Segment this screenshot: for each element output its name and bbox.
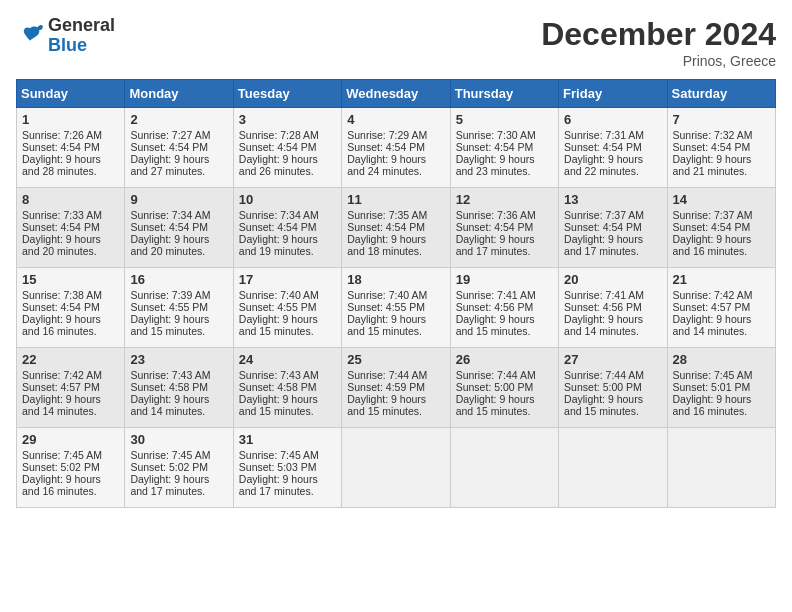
sunset-text: Sunset: 4:54 PM bbox=[456, 221, 553, 233]
calendar-cell: 20Sunrise: 7:41 AMSunset: 4:56 PMDayligh… bbox=[559, 268, 667, 348]
daylight-text: Daylight: 9 hours and 14 minutes. bbox=[673, 313, 770, 337]
daylight-text: Daylight: 9 hours and 28 minutes. bbox=[22, 153, 119, 177]
daylight-text: Daylight: 9 hours and 15 minutes. bbox=[130, 313, 227, 337]
sunset-text: Sunset: 4:55 PM bbox=[239, 301, 336, 313]
sunrise-text: Sunrise: 7:37 AM bbox=[673, 209, 770, 221]
sunrise-text: Sunrise: 7:44 AM bbox=[564, 369, 661, 381]
daylight-text: Daylight: 9 hours and 14 minutes. bbox=[22, 393, 119, 417]
sunrise-text: Sunrise: 7:42 AM bbox=[22, 369, 119, 381]
daylight-text: Daylight: 9 hours and 21 minutes. bbox=[673, 153, 770, 177]
calendar-cell: 16Sunrise: 7:39 AMSunset: 4:55 PMDayligh… bbox=[125, 268, 233, 348]
sunrise-text: Sunrise: 7:28 AM bbox=[239, 129, 336, 141]
sunset-text: Sunset: 5:00 PM bbox=[456, 381, 553, 393]
sunrise-text: Sunrise: 7:44 AM bbox=[347, 369, 444, 381]
weekday-header-tuesday: Tuesday bbox=[233, 80, 341, 108]
sunset-text: Sunset: 4:54 PM bbox=[347, 221, 444, 233]
sunrise-text: Sunrise: 7:45 AM bbox=[239, 449, 336, 461]
daylight-text: Daylight: 9 hours and 14 minutes. bbox=[564, 313, 661, 337]
weekday-header-friday: Friday bbox=[559, 80, 667, 108]
sunrise-text: Sunrise: 7:33 AM bbox=[22, 209, 119, 221]
day-number: 7 bbox=[673, 112, 770, 127]
calendar-cell: 22Sunrise: 7:42 AMSunset: 4:57 PMDayligh… bbox=[17, 348, 125, 428]
sunset-text: Sunset: 5:01 PM bbox=[673, 381, 770, 393]
title-block: December 2024 Prinos, Greece bbox=[541, 16, 776, 69]
sunset-text: Sunset: 4:54 PM bbox=[130, 221, 227, 233]
sunset-text: Sunset: 4:54 PM bbox=[673, 141, 770, 153]
sunset-text: Sunset: 5:02 PM bbox=[22, 461, 119, 473]
sunrise-text: Sunrise: 7:45 AM bbox=[673, 369, 770, 381]
day-number: 19 bbox=[456, 272, 553, 287]
sunrise-text: Sunrise: 7:34 AM bbox=[130, 209, 227, 221]
day-number: 29 bbox=[22, 432, 119, 447]
calendar-cell: 17Sunrise: 7:40 AMSunset: 4:55 PMDayligh… bbox=[233, 268, 341, 348]
calendar-cell: 15Sunrise: 7:38 AMSunset: 4:54 PMDayligh… bbox=[17, 268, 125, 348]
calendar-week-2: 8Sunrise: 7:33 AMSunset: 4:54 PMDaylight… bbox=[17, 188, 776, 268]
sunset-text: Sunset: 4:54 PM bbox=[22, 141, 119, 153]
sunset-text: Sunset: 4:54 PM bbox=[347, 141, 444, 153]
calendar-cell: 28Sunrise: 7:45 AMSunset: 5:01 PMDayligh… bbox=[667, 348, 775, 428]
logo-blue: Blue bbox=[48, 36, 115, 56]
day-number: 14 bbox=[673, 192, 770, 207]
calendar-cell bbox=[667, 428, 775, 508]
calendar-cell: 13Sunrise: 7:37 AMSunset: 4:54 PMDayligh… bbox=[559, 188, 667, 268]
calendar-cell bbox=[559, 428, 667, 508]
daylight-text: Daylight: 9 hours and 16 minutes. bbox=[673, 233, 770, 257]
sunset-text: Sunset: 4:54 PM bbox=[130, 141, 227, 153]
weekday-header-saturday: Saturday bbox=[667, 80, 775, 108]
sunrise-text: Sunrise: 7:31 AM bbox=[564, 129, 661, 141]
sunset-text: Sunset: 5:02 PM bbox=[130, 461, 227, 473]
weekday-header-sunday: Sunday bbox=[17, 80, 125, 108]
sunrise-text: Sunrise: 7:41 AM bbox=[456, 289, 553, 301]
day-number: 8 bbox=[22, 192, 119, 207]
day-number: 25 bbox=[347, 352, 444, 367]
calendar-week-4: 22Sunrise: 7:42 AMSunset: 4:57 PMDayligh… bbox=[17, 348, 776, 428]
sunrise-text: Sunrise: 7:39 AM bbox=[130, 289, 227, 301]
calendar-table: SundayMondayTuesdayWednesdayThursdayFrid… bbox=[16, 79, 776, 508]
day-number: 12 bbox=[456, 192, 553, 207]
daylight-text: Daylight: 9 hours and 15 minutes. bbox=[347, 393, 444, 417]
day-number: 26 bbox=[456, 352, 553, 367]
sunset-text: Sunset: 4:58 PM bbox=[130, 381, 227, 393]
day-number: 4 bbox=[347, 112, 444, 127]
calendar-cell: 11Sunrise: 7:35 AMSunset: 4:54 PMDayligh… bbox=[342, 188, 450, 268]
day-number: 2 bbox=[130, 112, 227, 127]
daylight-text: Daylight: 9 hours and 26 minutes. bbox=[239, 153, 336, 177]
weekday-header-row: SundayMondayTuesdayWednesdayThursdayFrid… bbox=[17, 80, 776, 108]
day-number: 10 bbox=[239, 192, 336, 207]
sunrise-text: Sunrise: 7:41 AM bbox=[564, 289, 661, 301]
sunrise-text: Sunrise: 7:45 AM bbox=[22, 449, 119, 461]
daylight-text: Daylight: 9 hours and 16 minutes. bbox=[22, 313, 119, 337]
sunset-text: Sunset: 4:54 PM bbox=[22, 301, 119, 313]
sunset-text: Sunset: 5:00 PM bbox=[564, 381, 661, 393]
day-number: 23 bbox=[130, 352, 227, 367]
day-number: 20 bbox=[564, 272, 661, 287]
sunrise-text: Sunrise: 7:34 AM bbox=[239, 209, 336, 221]
sunset-text: Sunset: 4:57 PM bbox=[673, 301, 770, 313]
logo-icon bbox=[16, 22, 44, 50]
sunrise-text: Sunrise: 7:44 AM bbox=[456, 369, 553, 381]
calendar-cell: 8Sunrise: 7:33 AMSunset: 4:54 PMDaylight… bbox=[17, 188, 125, 268]
sunrise-text: Sunrise: 7:40 AM bbox=[239, 289, 336, 301]
calendar-cell: 5Sunrise: 7:30 AMSunset: 4:54 PMDaylight… bbox=[450, 108, 558, 188]
daylight-text: Daylight: 9 hours and 15 minutes. bbox=[456, 313, 553, 337]
calendar-week-5: 29Sunrise: 7:45 AMSunset: 5:02 PMDayligh… bbox=[17, 428, 776, 508]
day-number: 27 bbox=[564, 352, 661, 367]
calendar-cell: 23Sunrise: 7:43 AMSunset: 4:58 PMDayligh… bbox=[125, 348, 233, 428]
calendar-cell: 9Sunrise: 7:34 AMSunset: 4:54 PMDaylight… bbox=[125, 188, 233, 268]
day-number: 28 bbox=[673, 352, 770, 367]
day-number: 1 bbox=[22, 112, 119, 127]
daylight-text: Daylight: 9 hours and 24 minutes. bbox=[347, 153, 444, 177]
daylight-text: Daylight: 9 hours and 14 minutes. bbox=[130, 393, 227, 417]
calendar-cell: 12Sunrise: 7:36 AMSunset: 4:54 PMDayligh… bbox=[450, 188, 558, 268]
sunset-text: Sunset: 4:56 PM bbox=[564, 301, 661, 313]
calendar-cell: 6Sunrise: 7:31 AMSunset: 4:54 PMDaylight… bbox=[559, 108, 667, 188]
daylight-text: Daylight: 9 hours and 15 minutes. bbox=[564, 393, 661, 417]
day-number: 11 bbox=[347, 192, 444, 207]
day-number: 31 bbox=[239, 432, 336, 447]
sunset-text: Sunset: 4:56 PM bbox=[456, 301, 553, 313]
day-number: 15 bbox=[22, 272, 119, 287]
calendar-cell: 24Sunrise: 7:43 AMSunset: 4:58 PMDayligh… bbox=[233, 348, 341, 428]
calendar-cell: 30Sunrise: 7:45 AMSunset: 5:02 PMDayligh… bbox=[125, 428, 233, 508]
sunset-text: Sunset: 4:55 PM bbox=[347, 301, 444, 313]
calendar-cell: 19Sunrise: 7:41 AMSunset: 4:56 PMDayligh… bbox=[450, 268, 558, 348]
